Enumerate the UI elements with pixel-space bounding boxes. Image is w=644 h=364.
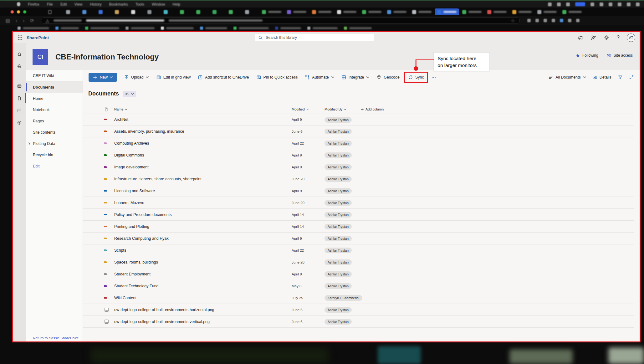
file-name-link[interactable]: Infrastructure, servers, share accounts,… (114, 177, 292, 181)
pinned-tab[interactable] (190, 10, 206, 14)
toolbar-pin-to-quick-access-button[interactable]: Pin to Quick access (253, 73, 301, 82)
menu-item-window[interactable]: Window (152, 2, 165, 7)
sidebar-item-pages[interactable]: Pages (26, 115, 83, 127)
table-row[interactable]: uw-dept-logo-college-of-built-environmen… (83, 304, 634, 316)
bookmark-item[interactable] (233, 27, 269, 30)
browser-tab[interactable] (410, 8, 434, 15)
bookmark-star-icon[interactable]: ☆ (511, 18, 515, 23)
menu-item-tools[interactable]: Tools (135, 2, 144, 7)
table-row[interactable]: uw-dept-logo-college-of-built-environmen… (83, 316, 634, 328)
bookmark-item[interactable] (18, 27, 49, 30)
modified-by-pill[interactable]: Ashlar Trystan (325, 212, 352, 218)
toolbar-upload-button[interactable]: Upload (121, 73, 152, 82)
file-name-link[interactable]: Research Computing and Hyak (114, 236, 292, 241)
sidebar-item-notebook[interactable]: Notebook (26, 104, 83, 115)
menu-item-bookmarks[interactable]: Bookmarks (109, 2, 128, 7)
modified-by-pill[interactable]: Ashlar Trystan (325, 248, 352, 253)
browser-tab[interactable] (560, 8, 584, 15)
file-name-link[interactable]: uw-dept-logo-college-of-built-environmen… (114, 320, 292, 324)
refresh-icon[interactable]: ⟳ (30, 18, 34, 23)
file-name-link[interactable]: Digital Commons (114, 153, 292, 157)
column-header-name[interactable]: Name (114, 107, 292, 111)
browser-tab[interactable] (284, 8, 309, 15)
sidebar-item-site-contents[interactable]: Site contents (26, 127, 83, 138)
bookmark-item[interactable] (161, 27, 194, 30)
browser-tab[interactable] (485, 8, 509, 15)
help-icon[interactable]: ? (617, 35, 620, 40)
toolbar-integrate-button[interactable]: Integrate (339, 73, 372, 82)
table-row[interactable]: Wiki ContentJuly 25Kathryn L Chamberlai (83, 292, 634, 304)
toolbar-automate-button[interactable]: Automate (302, 73, 337, 82)
rail-news-icon[interactable] (13, 80, 26, 92)
bookmark-item[interactable] (125, 27, 155, 30)
toolbar-edit-in-grid-view-button[interactable]: Edit in grid view (153, 73, 194, 82)
close-window-button[interactable] (11, 10, 14, 13)
pinned-tab[interactable] (92, 10, 109, 14)
sidebar-item-edit[interactable]: Edit (26, 161, 83, 172)
modified-by-pill[interactable]: Ashlar Trystan (325, 188, 352, 194)
menu-item-firefox[interactable]: Firefox (28, 2, 39, 7)
toolbar-extension-icon[interactable] (535, 19, 539, 22)
search-input[interactable] (266, 35, 371, 40)
table-row[interactable]: Assets, inventory, purchasing, insurance… (83, 126, 634, 137)
app-launcher-waffle-icon[interactable] (17, 35, 23, 40)
pinned-tab[interactable] (157, 10, 174, 14)
file-name-link[interactable]: Spaces, rooms, buildings (114, 260, 292, 264)
toolbar-filter-button[interactable] (617, 73, 623, 81)
modified-by-pill[interactable]: Ashlar Trystan (325, 200, 352, 206)
file-name-link[interactable]: Student Employment (114, 272, 292, 276)
rail-home-icon[interactable] (13, 48, 26, 60)
browser-tab[interactable] (460, 8, 484, 15)
chevron-right-icon[interactable] (28, 142, 31, 145)
pinned-tab[interactable] (141, 10, 157, 14)
search-box[interactable] (255, 34, 374, 41)
toolbar-extension-icon[interactable] (527, 19, 531, 22)
browser-tab[interactable] (510, 8, 534, 15)
browser-tab[interactable] (535, 8, 559, 15)
file-name-link[interactable]: Computing Archives (114, 141, 292, 146)
table-row[interactable]: Policy and Procedure documentsApril 14As… (83, 209, 634, 221)
site-logo[interactable]: CI (33, 49, 48, 65)
toolbar-geocode-button[interactable]: Geocode (374, 73, 402, 82)
menu-item-edit[interactable]: Edit (60, 2, 67, 7)
rail-globe-icon[interactable] (13, 60, 26, 72)
modified-by-pill[interactable]: Ashlar Trystan (325, 307, 352, 313)
return-to-classic-link[interactable]: Return to classic SharePoint (33, 336, 78, 340)
library-view-selector[interactable] (123, 91, 136, 97)
toolbar-extension-icon[interactable] (552, 19, 555, 22)
sidebar-item-recycle-bin[interactable]: Recycle bin (26, 149, 83, 161)
toolbar-details-button[interactable]: Details (592, 73, 612, 81)
menu-item-view[interactable]: View (74, 2, 83, 7)
file-name-link[interactable]: Licensing and Software (114, 189, 292, 193)
sidebar-item-plotting-data[interactable]: Plotting Data (26, 138, 83, 149)
bookmark-item[interactable] (344, 27, 372, 30)
table-row[interactable]: Computing ArchivesApril 22Ashlar Trystan (83, 137, 634, 149)
pinned-tab[interactable] (60, 10, 76, 14)
file-name-link[interactable]: Image development (114, 165, 292, 169)
modified-by-pill[interactable]: Ashlar Trystan (325, 176, 352, 182)
browser-tab[interactable] (259, 8, 284, 15)
site-access-button[interactable]: Site access (606, 53, 633, 58)
browser-tab[interactable] (385, 8, 409, 15)
apple-menu-icon[interactable] (17, 2, 20, 6)
pinned-tab[interactable] (239, 10, 255, 14)
browser-tab[interactable] (360, 8, 384, 15)
pinned-tab[interactable] (206, 10, 222, 14)
zoom-window-button[interactable] (23, 10, 26, 13)
toolbar-extension-icon[interactable] (576, 19, 580, 22)
toolbar-sync-button[interactable]: Sync (405, 73, 427, 82)
modified-by-pill[interactable]: Ashlar Trystan (325, 259, 352, 265)
suite-app-name[interactable]: SharePoint (27, 35, 49, 40)
pinned-tab[interactable] (174, 10, 190, 14)
bookmark-item[interactable] (85, 27, 119, 30)
bookmark-item[interactable] (307, 27, 338, 30)
minimize-window-button[interactable] (17, 10, 20, 13)
column-header-modified-by[interactable]: Modified By (325, 107, 360, 111)
bookmark-item[interactable] (200, 27, 227, 30)
file-name-link[interactable]: Assets, inventory, purchasing, insurance (114, 129, 292, 134)
modified-by-pill[interactable]: Ashlar Trystan (325, 141, 352, 146)
address-field[interactable]: ◬ ☆ (41, 17, 520, 24)
forward-icon[interactable]: › (23, 18, 24, 23)
back-icon[interactable]: ‹ (16, 18, 17, 23)
modified-by-pill[interactable]: Ashlar Trystan (325, 319, 352, 325)
